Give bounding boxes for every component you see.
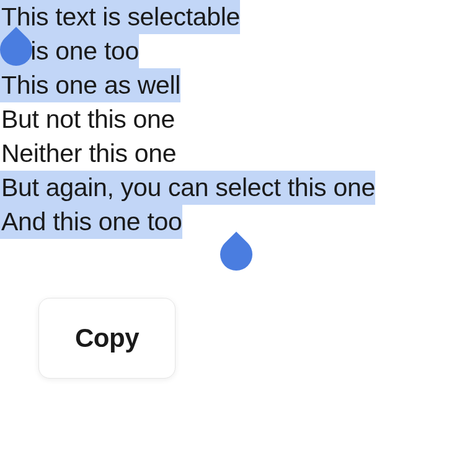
copy-button[interactable]: Copy [75,323,139,353]
text-line-5[interactable]: Neither this one [0,139,176,168]
text-line-1[interactable]: This text is selectable [0,0,240,34]
context-menu: Copy [38,298,176,379]
text-line-7[interactable]: And this one too [0,205,182,239]
text-block: This text is selectable This one too Thi… [0,0,449,239]
text-line-4[interactable]: But not this one [0,105,175,133]
text-line-3[interactable]: This one as well [0,68,180,102]
text-line-6[interactable]: But again, you can select this one [0,171,375,205]
